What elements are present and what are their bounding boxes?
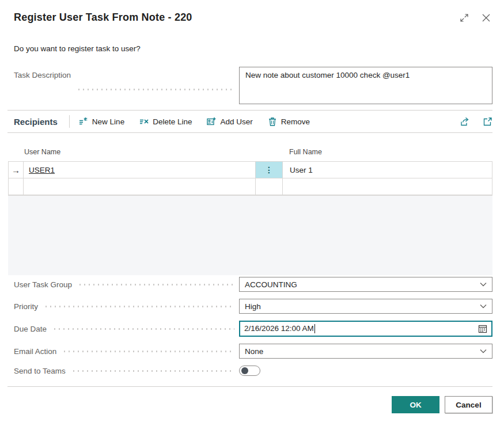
email-action-row: Email Action None [0, 344, 504, 359]
send-to-teams-row: Send to Teams [0, 366, 504, 376]
dialog-footer: OK Cancel [0, 387, 504, 413]
table-cell-user-name[interactable]: USER1 [24, 162, 256, 178]
table-header-row: User Name Full Name [8, 148, 492, 157]
toolbar-separator [69, 115, 70, 128]
task-description-label: Task Description [14, 71, 71, 79]
page-title: Register User Task From Note - 220 [14, 12, 192, 24]
toggle-knob [241, 367, 248, 374]
calendar-icon[interactable] [478, 324, 487, 333]
dotted-leader [62, 351, 234, 352]
dialog-prompt: Do you want to register task to user? [0, 24, 504, 53]
email-action-value: None [245, 347, 263, 356]
email-action-label: Email Action [14, 347, 56, 356]
text-cursor [314, 324, 315, 333]
due-date-value: 2/16/2026 12:00 AM [244, 324, 314, 333]
dotted-leader [71, 370, 234, 372]
user-task-group-select[interactable]: ACCOUNTING [239, 277, 492, 292]
priority-select[interactable]: High [239, 299, 492, 314]
priority-row: Priority High [0, 299, 504, 314]
user-name-link[interactable]: USER1 [29, 166, 55, 174]
send-to-teams-label: Send to Teams [14, 367, 66, 375]
recipients-heading: Recipients [14, 117, 58, 127]
remove-icon [268, 117, 277, 126]
row-indicator [9, 178, 24, 195]
delete-line-button[interactable]: Delete Line [139, 117, 192, 126]
dotted-leader [52, 328, 234, 330]
expand-dialog-icon[interactable] [459, 13, 469, 23]
task-description-input[interactable]: New note about customer 10000 check @use… [239, 67, 492, 104]
ellipsis-vertical-icon: ⋮ [265, 166, 273, 174]
new-line-label: New Line [92, 117, 124, 126]
table-cell-user-name[interactable] [24, 178, 256, 195]
due-date-input[interactable]: 2/16/2026 12:00 AM [239, 321, 492, 337]
chevron-down-icon [480, 282, 487, 287]
remove-button[interactable]: Remove [268, 117, 310, 126]
send-to-teams-toggle[interactable] [239, 366, 260, 376]
user-task-group-label: User Task Group [14, 280, 72, 289]
task-description-row: Task Description New note about customer… [0, 67, 504, 104]
table-cell-full-name[interactable] [283, 178, 492, 195]
dialog-header: Register User Task From Note - 220 [0, 0, 504, 24]
email-action-select[interactable]: None [239, 344, 492, 359]
chevron-down-icon [480, 349, 487, 353]
priority-value: High [245, 302, 261, 311]
row-menu-button[interactable]: ⋮ [256, 162, 283, 178]
row-menu-button[interactable] [256, 178, 283, 195]
recipients-toolbar: Recipients New Line Delete Line [0, 111, 504, 132]
remove-label: Remove [281, 117, 310, 126]
add-user-label: Add User [220, 117, 252, 126]
open-in-new-window-icon[interactable] [483, 117, 492, 127]
divider [7, 132, 492, 133]
dotted-leader [78, 284, 234, 286]
table-cell-full-name[interactable]: User 1 [283, 162, 492, 178]
user-task-group-row: User Task Group ACCOUNTING [0, 277, 504, 292]
delete-line-label: Delete Line [153, 117, 192, 126]
share-icon[interactable] [460, 117, 470, 127]
table-empty-area [8, 196, 492, 275]
dotted-leader [44, 306, 234, 307]
delete-line-icon [139, 117, 149, 126]
column-header-full-name[interactable]: Full Name [289, 148, 322, 156]
add-user-button[interactable]: Add User [207, 117, 252, 126]
due-date-label: Due Date [14, 325, 47, 333]
new-line-icon [79, 117, 88, 126]
priority-label: Priority [14, 302, 38, 311]
new-line-button[interactable]: New Line [79, 117, 124, 126]
chevron-down-icon [480, 304, 487, 309]
dotted-leader [77, 89, 234, 90]
add-user-icon [207, 117, 216, 126]
cancel-button[interactable]: Cancel [445, 396, 492, 413]
row-indicator: → [9, 162, 24, 178]
user-task-group-value: ACCOUNTING [245, 280, 297, 289]
ok-button[interactable]: OK [392, 396, 439, 413]
recipients-table: → USER1 ⋮ User 1 [8, 161, 492, 196]
close-icon[interactable] [481, 13, 491, 23]
column-header-user-name[interactable]: User Name [24, 148, 60, 156]
due-date-row: Due Date 2/16/2026 12:00 AM [0, 321, 504, 337]
